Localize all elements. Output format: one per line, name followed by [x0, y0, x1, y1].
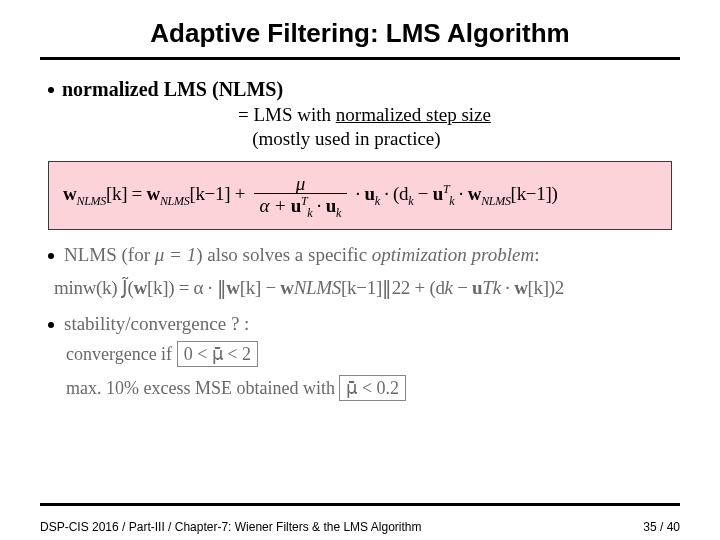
bullet-icon — [48, 253, 54, 259]
formula-nlms-update: wNLMS[k] = wNLMS[k−1] + μα + uTk · uk · … — [48, 161, 672, 231]
line-nlms-intro: normalized LMS (NLMS) = LMS with normali… — [48, 78, 672, 151]
page-title: Adaptive Filtering: LMS Algorithm — [0, 0, 720, 55]
footer: DSP-CIS 2016 / Part-III / Chapter-7: Wie… — [40, 520, 680, 534]
line-stability: stability/convergence ? : — [48, 313, 672, 335]
footer-page: 35 / 40 — [643, 520, 680, 534]
formula-optimization: minw(k) J̃(w[k]) = α · ‖w[k] − wNLMS[k−1… — [54, 276, 672, 299]
nlms-heading: normalized LMS (NLMS) — [62, 78, 283, 101]
nlms-subnote: = LMS with normalized step size (mostly … — [238, 103, 672, 151]
stability-details: convergence if 0 < μ̄ < 2 max. 10% exces… — [66, 337, 672, 405]
slide-content: normalized LMS (NLMS) = LMS with normali… — [0, 60, 720, 406]
bullet-icon — [48, 322, 54, 328]
convergence-line: convergence if 0 < μ̄ < 2 — [66, 337, 672, 371]
line-optimization: NLMS (for μ = 1) also solves a specific … — [48, 244, 672, 266]
divider-bottom — [40, 503, 680, 506]
footer-path: DSP-CIS 2016 / Part-III / Chapter-7: Wie… — [40, 520, 421, 534]
excess-mse-line: max. 10% excess MSE obtained with μ̄ < 0… — [66, 371, 672, 405]
bullet-icon — [48, 87, 54, 93]
